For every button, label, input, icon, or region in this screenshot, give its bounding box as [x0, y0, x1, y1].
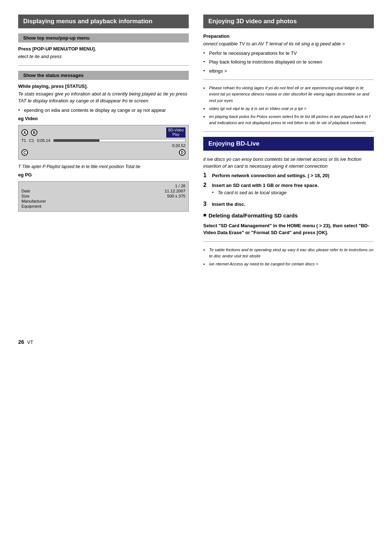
left-column: Displaying menus and playback informatio…	[18, 15, 189, 345]
circle-b: B	[31, 129, 37, 136]
right-column: Enjoying 3D video and photos Preparation…	[203, 15, 374, 345]
footer-bullet-1: Te sable fnctions and te operating etod …	[203, 247, 374, 260]
eg-video-label: eg Video	[18, 116, 189, 121]
warning-bullet-1: Please refrain fro vieing iages if yo do…	[203, 85, 374, 104]
section-title: Displaying menus and playback informatio…	[18, 15, 189, 28]
elect-label: elect te ite and press	[18, 53, 189, 60]
while-playing: While playing, press [STATUS].	[18, 83, 189, 89]
preparation-text: onnect copatible TV to an AV T terinal o…	[203, 40, 374, 48]
square-header-text: Deleting data/Formatting SD cards	[208, 212, 298, 219]
status-display: A B BD-Video Play T1 C1 0:05.14 0:20.52	[18, 125, 189, 160]
eg-pg-label: eg PG	[18, 172, 189, 178]
preparation-label: Preparation	[203, 33, 374, 39]
footer-bullet-2: ive nternet Access ay need to be canged …	[203, 261, 374, 267]
step3-number: 3	[203, 201, 209, 207]
subsection2-header: Show the status messages	[18, 71, 189, 80]
photo-mfr-row: Manufacturer	[21, 199, 185, 203]
step1-number: 1	[203, 172, 209, 179]
photo-date-row: Date 11.12.2007	[21, 189, 185, 193]
photo-mfr-label: Manufacturer	[21, 199, 54, 203]
press-label: Press [POP-UP MENU/TOP MENU].	[18, 46, 189, 52]
warning-bullet-3: en playing back potos fro Potos screen s…	[203, 114, 374, 126]
bullet1: epending on edia and contents te display…	[18, 107, 189, 114]
stats-description: Te stats essages give yo inforation abot…	[18, 90, 189, 105]
t1-label: T1	[21, 138, 26, 143]
circle-a: A	[21, 129, 28, 136]
photo-date-label: Date	[21, 189, 54, 193]
photo-info-display: 1 / 26 Date 11.12.2007 Size 500 x 375 Ma…	[18, 181, 189, 212]
divider3	[203, 131, 374, 132]
section1-title: Enjoying 3D video and photos	[203, 15, 374, 28]
step2-text: Insert an SD card with 1 GB or more free…	[212, 182, 374, 198]
photo-size-value: 500 x 375	[167, 194, 185, 198]
photo-equip-label: Equipment	[21, 204, 54, 208]
photo-equip-row: Equipment	[21, 204, 185, 208]
settings-link: ettings >	[203, 68, 374, 75]
divider4	[203, 241, 374, 242]
bd-video-badge: BD-Video Play	[166, 127, 185, 138]
step1-text: Perform network connection and settings.…	[212, 172, 374, 179]
time-total: 0:20.52	[172, 143, 185, 148]
time-elapsed: 0:05.14	[37, 138, 50, 143]
bdlive-description: it ive discs yo can enoy bons contents t…	[203, 156, 374, 170]
circle-d: D	[179, 149, 185, 156]
bullet-tv: Perfor te necessary preparations for te …	[203, 50, 374, 57]
square-bullet-icon: ■	[203, 212, 206, 219]
step3: 3 Insert the disc.	[203, 201, 374, 208]
circle-c: C	[21, 149, 28, 156]
progress-bar-fill	[54, 139, 100, 142]
page-layout: Displaying menus and playback informatio…	[18, 15, 374, 345]
title-description: T Title apter P Playlist lapsed tie in t…	[18, 163, 189, 170]
progress-bar	[53, 139, 185, 142]
section2-title: Enjoying BD-Live	[203, 137, 374, 151]
page-number: 26 VT	[18, 339, 189, 345]
bullet-playback: Play back folloing te instrctions displa…	[203, 58, 374, 66]
bold-para: Select "SD Card Management" in the HOME …	[203, 222, 374, 236]
step3-text: Insert the disc.	[212, 201, 374, 208]
step1: 1 Perform network connection and setting…	[203, 172, 374, 179]
subsection1-header: Show top menu/pop-up menu	[18, 33, 189, 42]
c1-label: C1	[29, 138, 34, 143]
divider2	[203, 80, 374, 80]
photo-size-row: Size 500 x 375	[21, 194, 185, 198]
photo-size-label: Size	[21, 194, 54, 198]
step2-number: 2	[203, 182, 209, 188]
square-section: ■ Deleting data/Formatting SD cards	[203, 212, 374, 219]
photo-page-row: 1 / 26	[21, 184, 185, 188]
photo-page-number: 1 / 26	[175, 184, 185, 188]
step2: 2 Insert an SD card with 1 GB or more fr…	[203, 182, 374, 198]
photo-date-value: 11.12.2007	[164, 189, 185, 193]
divider1	[18, 65, 189, 66]
step2-bullet: Te card is sed as te local storage	[212, 189, 374, 196]
warning-bullet-2: video igt not otpt te ay it is set in Vi…	[203, 106, 374, 112]
